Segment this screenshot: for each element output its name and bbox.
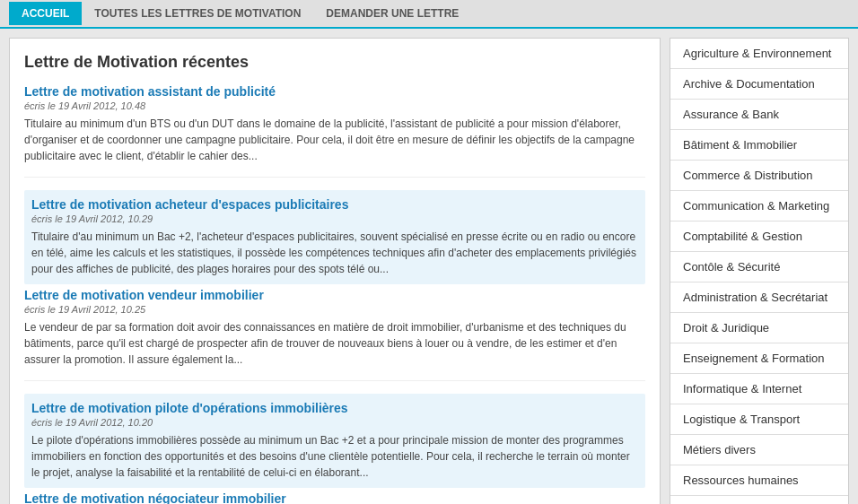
sidebar-item-7[interactable]: Contôle & Sécurité bbox=[670, 252, 848, 282]
sidebar-item-6[interactable]: Comptabilité & Gestion bbox=[670, 222, 848, 252]
content-wrapper: Lettre de Motivation récentes Lettre de … bbox=[9, 38, 849, 504]
sidebar-item-10[interactable]: Enseignement & Formation bbox=[670, 343, 848, 374]
article-date: écris le 19 Avril 2012, 10.48 bbox=[24, 100, 645, 111]
sidebar-item-3[interactable]: Bâtiment & Immobilier bbox=[670, 130, 848, 161]
article-title[interactable]: Lettre de motivation assistant de public… bbox=[24, 84, 645, 99]
main-title: Lettre de Motivation récentes bbox=[24, 53, 645, 72]
article-title[interactable]: Lettre de motivation pilote d'opérations… bbox=[31, 401, 638, 415]
article-item: Lettre de motivation négociateur immobil… bbox=[24, 491, 645, 504]
article-excerpt: Titulaire au minimum d'un BTS ou d'un DU… bbox=[24, 116, 645, 164]
sidebar-item-9[interactable]: Droit & Juridique bbox=[670, 313, 848, 343]
sidebar-item-5[interactable]: Communication & Marketing bbox=[670, 191, 848, 222]
article-date: écris le 19 Avril 2012, 10.20 bbox=[31, 417, 638, 428]
article-excerpt: Le vendeur de par sa formation doit avoi… bbox=[24, 319, 645, 368]
article-excerpt: Titulaire d'au minimum un Bac +2, l'ache… bbox=[31, 229, 638, 277]
sidebar-item-12[interactable]: Logistique & Transport bbox=[670, 404, 848, 435]
sidebar-item-14[interactable]: Ressources humaines bbox=[670, 465, 848, 496]
articles-list: Lettre de motivation assistant de public… bbox=[24, 84, 645, 504]
sidebar-item-15[interactable]: Science & Industrie bbox=[670, 496, 848, 504]
sidebar-item-11[interactable]: Informatique & Internet bbox=[670, 374, 848, 404]
navbar: ACCUEILTOUTES LES LETTRES DE MOTIVATIOND… bbox=[0, 0, 858, 29]
article-item: Lettre de motivation acheteur d'espaces … bbox=[24, 190, 645, 284]
main-content: Lettre de Motivation récentes Lettre de … bbox=[9, 38, 661, 504]
sidebar-item-4[interactable]: Commerce & Distribution bbox=[670, 161, 848, 191]
article-date: écris le 19 Avril 2012, 10.25 bbox=[24, 304, 645, 315]
sidebar-item-13[interactable]: Métiers divers bbox=[670, 435, 848, 465]
nav-item-1[interactable]: TOUTES LES LETTRES DE MOTIVATION bbox=[82, 2, 313, 25]
sidebar-item-0[interactable]: Agriculture & Environnement bbox=[670, 39, 848, 69]
nav-item-2[interactable]: DEMANDER UNE LETTRE bbox=[313, 2, 471, 25]
article-date: écris le 19 Avril 2012, 10.29 bbox=[31, 213, 638, 224]
sidebar-item-2[interactable]: Assurance & Bank bbox=[670, 100, 848, 130]
article-item: Lettre de motivation pilote d'opérations… bbox=[24, 394, 645, 488]
sidebar-item-1[interactable]: Archive & Documentation bbox=[670, 69, 848, 100]
article-title[interactable]: Lettre de motivation vendeur immobilier bbox=[24, 288, 645, 302]
article-item: Lettre de motivation assistant de public… bbox=[24, 84, 645, 178]
article-title[interactable]: Lettre de motivation acheteur d'espaces … bbox=[31, 197, 638, 212]
sidebar: Agriculture & EnvironnementArchive & Doc… bbox=[670, 38, 849, 504]
article-item: Lettre de motivation vendeur immobilieré… bbox=[24, 288, 645, 381]
article-excerpt: Le pilote d'opérations immobilières poss… bbox=[31, 432, 638, 481]
sidebar-item-8[interactable]: Administration & Secrétariat bbox=[670, 282, 848, 313]
article-title[interactable]: Lettre de motivation négociateur immobil… bbox=[24, 491, 645, 504]
nav-item-0[interactable]: ACCUEIL bbox=[9, 2, 82, 25]
